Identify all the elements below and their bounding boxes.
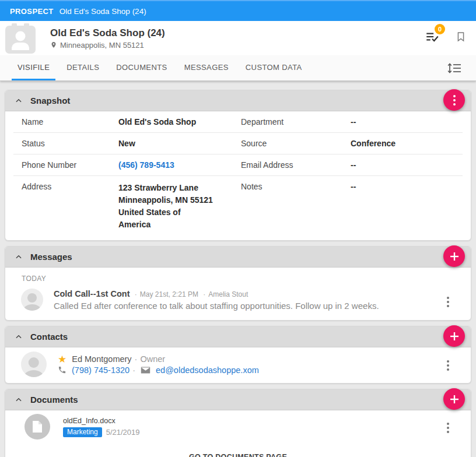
- snapshot-row: Address 123 Strawberry Lane Minneappolis…: [13, 176, 463, 240]
- field-value-notes: --: [351, 182, 463, 191]
- company-avatar: [5, 23, 36, 54]
- messages-card: Messages TODAY Cold Call--1st Cont ·May …: [5, 246, 471, 321]
- bookmark-icon[interactable]: [455, 30, 467, 46]
- record-header: Old Ed's Soda Shop (24) Minneappolis, MN…: [0, 21, 476, 55]
- sort-line-spacing-icon[interactable]: [447, 61, 462, 78]
- field-label-phone: Phone Number: [22, 160, 118, 170]
- favorite-star-icon[interactable]: ★: [58, 354, 66, 364]
- snapshot-card: Snapshot Name Old Ed's Soda Shop Departm…: [5, 90, 471, 241]
- contact-menu-icon[interactable]: [444, 358, 452, 373]
- document-filename[interactable]: oldEd_Info.docx: [63, 417, 140, 425]
- add-message-button[interactable]: [443, 245, 465, 267]
- separator: ·: [132, 290, 140, 298]
- snapshot-row: Name Old Ed's Soda Shop Department --: [13, 111, 463, 133]
- document-tag-badge: Marketing: [63, 427, 102, 437]
- tab-documents[interactable]: DOCUMENTS: [110, 55, 173, 80]
- messages-group-label: TODAY: [5, 268, 471, 284]
- field-value-email: --: [351, 160, 463, 170]
- field-label-email: Email Address: [241, 160, 351, 170]
- documents-title: Documents: [30, 395, 78, 405]
- field-value-name: Old Ed's Soda Shop: [118, 117, 241, 126]
- messages-header[interactable]: Messages: [5, 247, 471, 268]
- contacts-header[interactable]: Contacts: [5, 326, 471, 347]
- plus-icon: [449, 393, 460, 405]
- tab-visifile[interactable]: VISIFILE: [12, 55, 55, 80]
- separator: ·: [200, 290, 208, 298]
- snapshot-menu-button[interactable]: [443, 89, 465, 111]
- add-contact-button[interactable]: [443, 325, 465, 347]
- separator: ·: [130, 365, 138, 375]
- documents-header[interactable]: Documents: [5, 389, 471, 410]
- tab-custom-data[interactable]: CUSTOM DATA: [240, 55, 308, 80]
- record-location: Minneappolis, MN 55121: [60, 41, 144, 50]
- field-label-status: Status: [22, 139, 118, 148]
- plus-icon: [449, 251, 460, 262]
- field-label-name: Name: [22, 117, 118, 126]
- collapse-chevron-icon[interactable]: [15, 333, 23, 341]
- collapse-chevron-icon[interactable]: [15, 396, 23, 404]
- document-file-icon: [24, 414, 50, 440]
- avatar: [21, 351, 47, 377]
- documents-card: Documents oldEd_Info.docx Marketing 5/21…: [5, 389, 471, 457]
- collapse-chevron-icon[interactable]: [15, 253, 23, 261]
- location-pin-icon: [50, 41, 57, 49]
- message-timestamp: May 21st, 2:21 PM: [140, 290, 198, 298]
- contact-role: Owner: [140, 354, 165, 364]
- field-value-address: 123 Strawberry Lane Minneappolis, MN 551…: [118, 182, 241, 231]
- email-icon: [141, 366, 150, 374]
- field-label-address: Address: [22, 182, 118, 191]
- document-item: oldEd_Info.docx Marketing 5/21/2019: [5, 410, 471, 445]
- message-body: Called Ed after conference to talk about…: [54, 301, 379, 311]
- field-label-department: Department: [241, 117, 351, 126]
- separator: ·: [132, 354, 141, 364]
- field-value-department: --: [351, 117, 463, 126]
- top-bar: PROSPECT Old Ed's Soda Shop (24): [0, 0, 476, 21]
- snapshot-row: Phone Number (456) 789-5413 Email Addres…: [13, 154, 463, 176]
- field-label-notes: Notes: [241, 182, 351, 191]
- document-date: 5/21/2019: [106, 428, 140, 437]
- contact-item: ★ Ed Montgomery · Owner (798) 745-1320 ·…: [5, 347, 471, 383]
- snapshot-fields: Name Old Ed's Soda Shop Department -- St…: [5, 111, 471, 240]
- field-value-status: New: [118, 139, 241, 148]
- phone-icon: [58, 365, 66, 374]
- tasks-checklist-icon[interactable]: 0: [425, 29, 440, 47]
- main-content: Snapshot Name Old Ed's Soda Shop Departm…: [0, 81, 476, 457]
- plus-icon: [449, 331, 460, 342]
- field-value-source: Conference: [351, 139, 463, 148]
- add-document-button[interactable]: [443, 388, 465, 410]
- go-to-documents-button[interactable]: GO TO DOCUMENTS PAGE: [5, 445, 471, 457]
- contact-phone-link[interactable]: (798) 745-1320: [72, 365, 130, 375]
- top-bar-record-title: Old Ed's Soda Shop (24): [60, 7, 146, 16]
- contact-email-link[interactable]: ed@oldedsodashoppe.xom: [156, 365, 259, 375]
- message-menu-icon[interactable]: [444, 294, 452, 310]
- snapshot-row: Status New Source Conference: [13, 133, 463, 154]
- message-item: Cold Call--1st Cont ·May 21st, 2:21 PM ·…: [5, 284, 471, 320]
- tab-messages[interactable]: MESSAGES: [178, 55, 235, 80]
- contact-name[interactable]: Ed Montgomery: [72, 354, 131, 364]
- message-subject[interactable]: Cold Call--1st Cont: [54, 289, 130, 298]
- tab-details[interactable]: DETAILS: [61, 55, 105, 80]
- phone-link[interactable]: (456) 789-5413: [118, 160, 241, 170]
- messages-title: Messages: [30, 252, 72, 262]
- avatar: [21, 289, 43, 311]
- document-menu-icon[interactable]: [444, 420, 452, 435]
- contacts-title: Contacts: [30, 332, 68, 342]
- message-author: Amelia Stout: [208, 290, 248, 298]
- snapshot-title: Snapshot: [30, 96, 70, 106]
- tab-bar: VISIFILE DETAILS DOCUMENTS MESSAGES CUST…: [0, 55, 476, 81]
- tasks-badge: 0: [435, 24, 445, 34]
- snapshot-header[interactable]: Snapshot: [5, 90, 471, 111]
- app-label: PROSPECT: [10, 7, 54, 16]
- collapse-chevron-icon[interactable]: [15, 97, 23, 105]
- field-label-source: Source: [241, 139, 351, 148]
- page-title: Old Ed's Soda Shop (24): [50, 27, 165, 39]
- contacts-card: Contacts ★ Ed Montgomery · Owner: [5, 326, 471, 384]
